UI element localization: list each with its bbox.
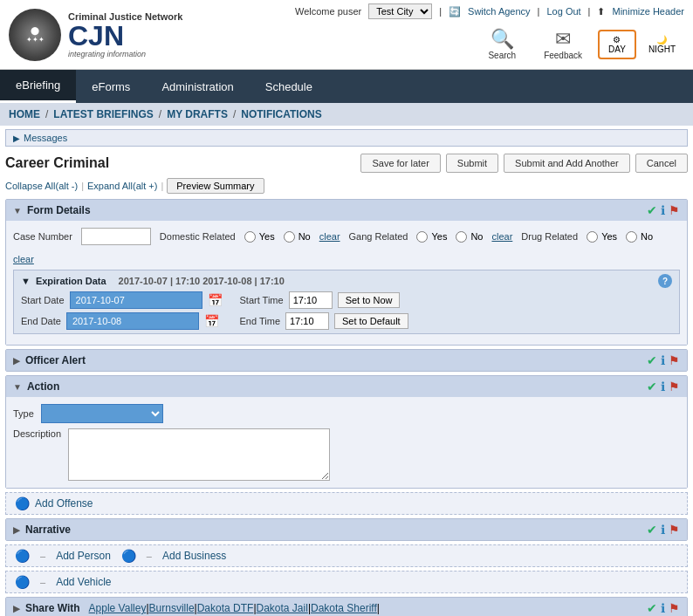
officer-alert-info-icon[interactable]: ℹ [661,353,665,367]
share-with-info-icon[interactable]: ℹ [661,601,665,615]
narrative-info-icon[interactable]: ℹ [661,523,665,537]
share-dakota-dtf[interactable]: Dakota DTF [197,602,254,614]
gang-no-radio[interactable] [456,231,467,243]
switch-icon: 🔄 [449,6,461,17]
action-info-icon[interactable]: ℹ [661,380,665,394]
share-with-agencies: Apple Valley | Burnsville | Dakota DTF |… [80,602,647,614]
drug-yes-radio[interactable] [587,231,598,243]
add-offense-link[interactable]: Add Offense [35,497,93,510]
breadcrumb-home[interactable]: HOME [9,108,40,120]
breadcrumb-latest[interactable]: LATEST BRIEFINGS [53,108,153,120]
bar-sep2: | [161,181,163,191]
preview-summary-button[interactable]: Preview Summary [167,178,264,194]
action-header-left: ▼ Action [13,380,59,393]
breadcrumb-drafts[interactable]: MY DRAFTS [167,108,228,120]
case-number-row: Case Number Domestic Related Yes No clea… [13,228,680,264]
nav-schedule[interactable]: Schedule [250,72,328,102]
share-with-header-left: ▶ Share With [13,602,80,614]
share-dakota-jail[interactable]: Dakota Jail [257,602,308,614]
officer-alert-check-icon[interactable]: ✔ [647,353,657,367]
drug-no-group: No [626,231,653,243]
action-check-icon[interactable]: ✔ [647,380,657,394]
gang-clear-link[interactable]: clear [491,231,512,242]
end-time-input[interactable] [285,312,329,330]
end-date-calendar-icon[interactable]: 📅 [204,314,219,328]
share-with-header[interactable]: ▶ Share With Apple Valley | Burnsville |… [6,598,687,616]
expiration-dates-display: 2017-10-07 | 17:10 2017-10-08 | 17:10 [119,276,285,286]
breadcrumb-notifications[interactable]: NOTIFICATIONS [241,108,321,120]
drug-related-label: Drug Related [521,231,578,242]
narrative-check-icon[interactable]: ✔ [647,523,657,537]
case-number-input[interactable] [81,228,151,245]
action-desc-textarea[interactable] [68,428,330,481]
domestic-yes-radio[interactable] [244,231,256,243]
action-header[interactable]: ▼ Action ✔ ℹ ⚑ [6,376,687,397]
end-date-input[interactable] [66,312,199,330]
drug-clear-link[interactable]: clear [13,254,34,264]
officer-alert-title: Officer Alert [25,354,86,366]
nav-ebriefing[interactable]: eBriefing [0,70,76,103]
drug-no-radio[interactable] [626,231,637,243]
gang-yes-radio[interactable] [416,231,428,243]
log-out-link[interactable]: Log Out [546,6,580,17]
domestic-clear-link[interactable]: clear [319,231,340,242]
share-apple-valley[interactable]: Apple Valley [89,602,147,614]
cancel-button[interactable]: Cancel [635,154,688,173]
nav-administration[interactable]: Administration [146,72,249,102]
share-with-header-icons: ✔ ℹ ⚑ [647,601,680,615]
add-business-link[interactable]: Add Business [162,550,226,562]
logo-circle-inner: ⬤✦✦✦ [26,26,45,44]
form-details-title: Form Details [27,204,91,216]
set-to-now-button[interactable]: Set to Now [338,292,401,308]
start-time-input[interactable] [289,291,333,309]
action-warn-icon[interactable]: ⚑ [669,380,680,394]
add-vehicle-link[interactable]: Add Vehicle [56,576,111,588]
messages-label: Messages [24,133,67,143]
action-type-select[interactable] [41,404,163,423]
share-with-warn-icon[interactable]: ⚑ [669,601,680,615]
share-dakota-sheriff[interactable]: Dakota Sheriff [311,602,377,614]
case-number-label: Case Number [13,231,72,242]
officer-alert-warn-icon[interactable]: ⚑ [669,353,680,367]
night-button[interactable]: 🌙 NIGHT [640,31,684,58]
messages-bar[interactable]: ▶ Messages [5,129,688,147]
narrative-header[interactable]: ▶ Narrative ✔ ℹ ⚑ [6,519,687,540]
end-date-row: End Date 📅 [21,312,223,330]
feedback-button[interactable]: ✉ Feedback [532,23,594,65]
end-date-label: End Date [21,316,61,326]
expand-all-button[interactable]: Expand All(alt +) [87,181,157,191]
add-offense-bar[interactable]: 🔵 Add Offense [5,492,688,515]
vehicle-dash-icon: – [40,577,45,587]
header-right: Welcome puser Test City | 🔄 Switch Agenc… [295,3,684,65]
submit-button[interactable]: Submit [446,154,498,173]
form-details-info-icon[interactable]: ℹ [661,203,665,217]
narrative-warn-icon[interactable]: ⚑ [669,523,680,537]
search-icon: 🔍 [491,28,514,51]
form-details-header[interactable]: ▼ Form Details ✔ ℹ ⚑ [6,200,687,221]
form-details-check-icon[interactable]: ✔ [647,203,657,217]
switch-agency-link[interactable]: Switch Agency [468,6,531,17]
search-button[interactable]: 🔍 Search [476,23,528,65]
domestic-no-radio[interactable] [284,231,295,243]
collapse-all-button[interactable]: Collapse All(alt -) [5,181,78,191]
officer-alert-header[interactable]: ▶ Officer Alert ✔ ℹ ⚑ [6,350,687,371]
start-date-calendar-icon[interactable]: 📅 [208,293,223,307]
start-date-input[interactable] [70,291,202,309]
share-with-check-icon[interactable]: ✔ [647,601,657,615]
submit-add-button[interactable]: Submit and Add Another [504,154,630,173]
save-later-button[interactable]: Save for later [360,154,440,173]
nav-eforms[interactable]: eForms [76,72,146,102]
form-details-warn-icon[interactable]: ⚑ [669,203,680,217]
up-icon: ⬆ [597,6,605,17]
share-burnsville[interactable]: Burnsville [149,602,195,614]
day-button[interactable]: ⚙ DAY [598,30,636,59]
page-title: Career Criminal [5,155,109,171]
add-person-link[interactable]: Add Person [56,550,111,562]
drug-yes-label: Yes [601,231,617,242]
domestic-no-label: No [298,231,311,242]
minimize-header-link[interactable]: Minimize Header [612,6,684,17]
action-desc-row: Description [13,428,680,481]
expiration-help-icon[interactable]: ? [658,274,672,288]
agency-select[interactable]: Test City [368,3,432,19]
set-to-default-button[interactable]: Set to Default [334,313,408,329]
